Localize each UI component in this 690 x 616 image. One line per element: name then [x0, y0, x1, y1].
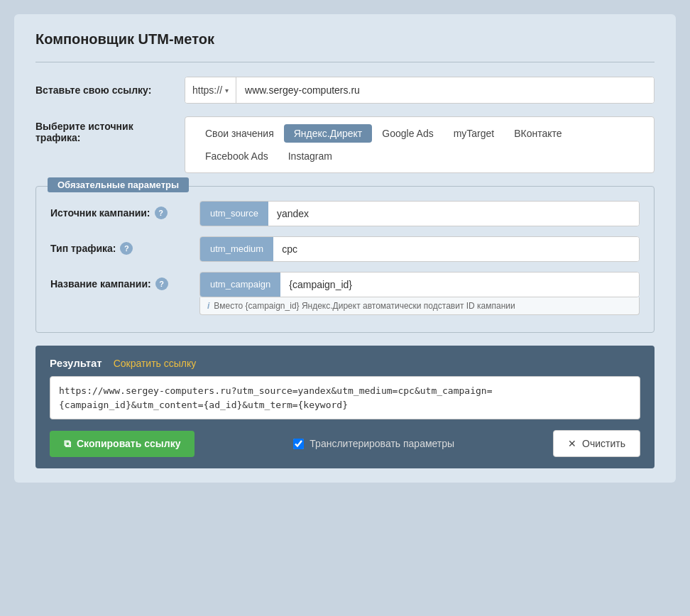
source-label: Выберите источниктрафика: — [35, 116, 185, 143]
copy-button[interactable]: ⧉ Скопировать ссылку — [50, 431, 195, 457]
tab-instagram[interactable]: Instagram — [278, 147, 342, 165]
result-actions: ⧉ Скопировать ссылку Транслитерировать п… — [50, 430, 640, 457]
param-field-source: utm_source — [199, 201, 640, 226]
title-divider — [35, 62, 655, 62]
param-row-campaign: Название кампании: ? utm_campaign i Вмес… — [50, 272, 640, 315]
param-label-source: Источник кампании: ? — [50, 201, 199, 219]
param-hint-text: Вместо {campaign_id} Яндекс.Директ автом… — [214, 301, 515, 311]
param-field-medium: utm_medium — [199, 236, 640, 262]
param-value-medium[interactable] — [273, 237, 639, 261]
url-input-group: https:// ▾ — [185, 77, 655, 104]
param-row-medium: Тип трафика: ? utm_medium — [50, 236, 640, 262]
source-row: Выберите источниктрафика: Свои значения … — [35, 116, 655, 173]
param-field-campaign: utm_campaign — [199, 272, 640, 297]
clear-label: Очистить — [582, 438, 625, 449]
copy-icon: ⧉ — [64, 438, 71, 450]
transliterate-checkbox[interactable] — [293, 439, 304, 449]
main-container: Компоновщик UTM-меток Вставьте свою ссыл… — [14, 14, 676, 483]
param-key-medium: utm_medium — [200, 237, 273, 261]
source-tabs-row: Свои значения Яндекс.Директ Google Ads m… — [195, 124, 644, 165]
tab-custom[interactable]: Свои значения — [195, 124, 284, 143]
param-key-campaign: utm_campaign — [200, 273, 280, 297]
param-hint-campaign: i Вместо {campaign_id} Яндекс.Директ авт… — [199, 297, 640, 315]
clear-button[interactable]: ✕ Очистить — [553, 430, 640, 457]
tab-google[interactable]: Google Ads — [372, 124, 443, 143]
chevron-down-icon: ▾ — [225, 87, 229, 94]
help-icon-medium[interactable]: ? — [120, 242, 133, 255]
clear-icon: ✕ — [568, 438, 576, 449]
page-title: Компоновщик UTM-меток — [35, 31, 655, 48]
tab-mytarget[interactable]: myTarget — [444, 124, 505, 143]
param-value-campaign[interactable] — [280, 273, 639, 297]
param-input-campaign: utm_campaign i Вместо {campaign_id} Янде… — [199, 272, 640, 315]
param-key-source: utm_source — [200, 202, 268, 226]
section-legend: Обязательные параметры — [48, 177, 189, 192]
result-title: Результат — [50, 357, 102, 369]
tab-yandex[interactable]: Яндекс.Директ — [284, 124, 373, 143]
required-params-section: Обязательные параметры Источник кампании… — [35, 186, 655, 333]
url-label: Вставьте свою ссылку: — [35, 84, 185, 96]
param-row-source: Источник кампании: ? utm_source — [50, 201, 640, 226]
param-value-source[interactable] — [268, 202, 639, 226]
url-row: Вставьте свою ссылку: https:// ▾ — [35, 77, 655, 104]
param-label-medium: Тип трафика: ? — [50, 236, 199, 255]
tab-vkontakte[interactable]: ВКонтакте — [504, 124, 571, 143]
protocol-select[interactable]: https:// ▾ — [185, 77, 236, 103]
source-tabs-container: Свои значения Яндекс.Директ Google Ads m… — [185, 116, 655, 173]
result-header: Результат Сократить ссылку — [50, 357, 640, 369]
tab-facebook[interactable]: Facebook Ads — [195, 147, 278, 165]
transliterate-text: Транслитерировать параметры — [310, 438, 454, 449]
copy-label: Скопировать ссылку — [77, 438, 180, 449]
param-input-source: utm_source — [199, 201, 640, 226]
param-input-medium: utm_medium — [199, 236, 640, 262]
info-icon: i — [207, 301, 209, 311]
shorten-link[interactable]: Сократить ссылку — [114, 358, 197, 369]
url-text-input[interactable] — [236, 77, 654, 103]
help-icon-source[interactable]: ? — [155, 207, 168, 219]
transliterate-label[interactable]: Транслитерировать параметры — [293, 438, 454, 449]
help-icon-campaign[interactable]: ? — [155, 277, 168, 290]
result-textarea[interactable]: https://www.sergey-computers.ru?utm_sour… — [50, 376, 640, 419]
param-label-campaign: Название кампании: ? — [50, 272, 199, 290]
protocol-label: https:// — [192, 84, 222, 96]
result-section: Результат Сократить ссылку https://www.s… — [35, 346, 655, 468]
